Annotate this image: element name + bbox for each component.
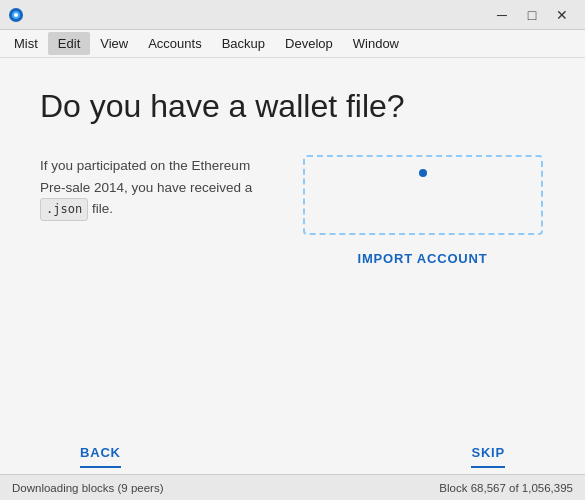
- json-tag: .json: [40, 198, 88, 221]
- svg-point-2: [14, 13, 18, 17]
- drop-dot: [419, 169, 427, 177]
- menu-item-mist[interactable]: Mist: [4, 32, 48, 55]
- minimize-button[interactable]: ─: [487, 0, 517, 30]
- status-right: Block 68,567 of 1,056,395: [439, 482, 573, 494]
- menu-item-view[interactable]: View: [90, 32, 138, 55]
- title-bar: ─ □ ✕: [0, 0, 585, 30]
- upload-area: IMPORT ACCOUNT: [300, 155, 545, 270]
- bottom-nav: BACK SKIP: [40, 425, 545, 474]
- content-row: If you participated on the Ethereum Pre-…: [40, 155, 545, 270]
- status-left: Downloading blocks (9 peers): [12, 482, 164, 494]
- description-line2: Pre-sale 2014, you have received a: [40, 180, 252, 195]
- menu-item-develop[interactable]: Develop: [275, 32, 343, 55]
- menu-item-window[interactable]: Window: [343, 32, 409, 55]
- status-bar: Downloading blocks (9 peers) Block 68,56…: [0, 474, 585, 500]
- close-button[interactable]: ✕: [547, 0, 577, 30]
- page-title: Do you have a wallet file?: [40, 88, 545, 125]
- description-line3: file.: [88, 201, 113, 216]
- maximize-button[interactable]: □: [517, 0, 547, 30]
- menu-bar: Mist Edit View Accounts Backup Develop W…: [0, 30, 585, 58]
- skip-button[interactable]: SKIP: [471, 441, 505, 464]
- title-bar-controls: ─ □ ✕: [487, 0, 577, 30]
- import-account-button[interactable]: IMPORT ACCOUNT: [350, 247, 496, 270]
- back-button[interactable]: BACK: [80, 441, 121, 464]
- drop-zone[interactable]: [303, 155, 543, 235]
- app-icon: [8, 7, 24, 23]
- description-text: If you participated on the Ethereum Pre-…: [40, 155, 260, 221]
- title-bar-left: [8, 7, 24, 23]
- menu-item-accounts[interactable]: Accounts: [138, 32, 211, 55]
- main-content: Do you have a wallet file? If you partic…: [0, 58, 585, 474]
- menu-item-edit[interactable]: Edit: [48, 32, 90, 55]
- description-line1: If you participated on the Ethereum: [40, 158, 250, 173]
- menu-item-backup[interactable]: Backup: [212, 32, 275, 55]
